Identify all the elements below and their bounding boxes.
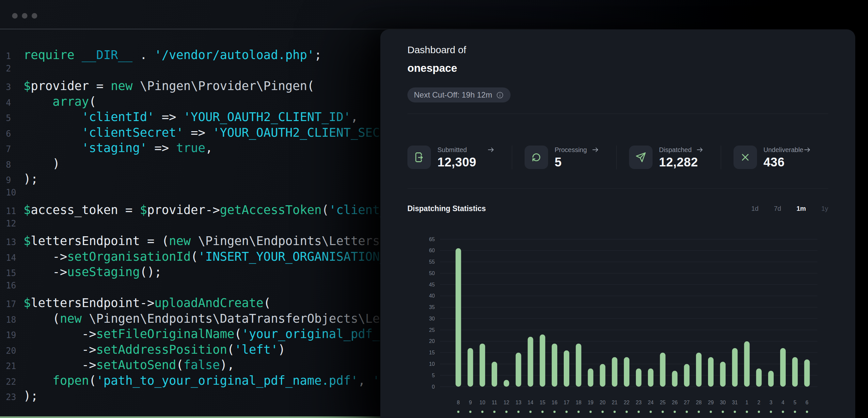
code-token: 'clientSecret': [82, 126, 183, 140]
bar-day-2[interactable]: [756, 368, 762, 387]
bar-day-15[interactable]: [539, 334, 545, 387]
day-dot[interactable]: [625, 411, 628, 413]
bar-day-9[interactable]: [467, 348, 473, 387]
day-dot[interactable]: [710, 411, 712, 413]
day-dot[interactable]: [541, 411, 544, 413]
day-dot[interactable]: [518, 411, 520, 413]
bar-day-25[interactable]: [660, 353, 665, 387]
day-dot[interactable]: [529, 411, 532, 413]
day-dot[interactable]: [601, 411, 604, 413]
window-control-dot[interactable]: [12, 13, 18, 19]
day-dot[interactable]: [782, 411, 784, 413]
code-text: 'clientSecret' => 'YOUR_OAUTH2_CLIENT_SE…: [24, 126, 416, 140]
line-number: 18: [0, 315, 24, 325]
code-token: new: [60, 312, 82, 326]
code-token: new: [169, 234, 191, 248]
day-dot[interactable]: [469, 411, 471, 413]
code-token: provider =: [31, 79, 111, 93]
day-dot[interactable]: [638, 411, 640, 413]
code-token: new: [111, 79, 132, 93]
bar-day-4[interactable]: [780, 348, 786, 387]
bar-day-28[interactable]: [696, 353, 702, 387]
day-dot[interactable]: [590, 411, 592, 413]
bar-day-29[interactable]: [708, 357, 714, 387]
day-dot[interactable]: [650, 411, 652, 413]
code-token: $: [140, 203, 147, 217]
window-control-dot[interactable]: [22, 13, 27, 19]
code-token: =>: [154, 110, 183, 124]
bar-day-31[interactable]: [732, 348, 738, 387]
code-text: ->useStaging();: [24, 265, 162, 279]
day-dot[interactable]: [578, 411, 580, 413]
day-dot[interactable]: [698, 411, 700, 413]
bar-day-8[interactable]: [456, 248, 461, 387]
y-tick-label: 50: [429, 270, 435, 276]
day-dot[interactable]: [794, 411, 796, 413]
code-token: provider->: [147, 203, 220, 217]
bar-day-26[interactable]: [672, 371, 677, 387]
bar-day-19[interactable]: [588, 368, 593, 387]
code-token: =>: [147, 141, 176, 155]
x-tick-label: 12: [503, 400, 509, 405]
window-control-dot[interactable]: [32, 13, 37, 19]
bar-day-18[interactable]: [576, 344, 581, 387]
bar-day-13[interactable]: [516, 353, 521, 387]
bar-day-23[interactable]: [636, 368, 642, 387]
day-dot[interactable]: [505, 411, 507, 413]
code-token: ->: [24, 358, 96, 372]
bar-day-5[interactable]: [792, 357, 798, 387]
y-tick-label: 0: [432, 384, 435, 390]
day-dot[interactable]: [674, 411, 676, 413]
day-dot[interactable]: [806, 411, 808, 413]
day-dot[interactable]: [565, 411, 568, 413]
bar-day-24[interactable]: [648, 368, 654, 387]
x-tick-label: 20: [600, 400, 606, 405]
y-tick-label: 30: [429, 316, 435, 321]
code-token: __DIR__: [82, 48, 132, 62]
code-token: uploadAndCreate: [154, 296, 264, 310]
editor-bottom-accent: [0, 416, 424, 418]
bar-day-10[interactable]: [479, 344, 485, 387]
bar-day-3[interactable]: [768, 371, 774, 387]
day-dot[interactable]: [493, 411, 496, 413]
bar-day-27[interactable]: [684, 364, 689, 387]
day-dot[interactable]: [553, 411, 556, 413]
bar-day-17[interactable]: [564, 350, 569, 387]
code-token: (: [176, 358, 183, 372]
x-tick-label: 13: [516, 400, 521, 405]
day-dot[interactable]: [457, 411, 460, 413]
day-dot[interactable]: [481, 411, 484, 413]
day-dot[interactable]: [746, 411, 748, 413]
code-token: .: [132, 48, 154, 62]
code-token: ->: [24, 327, 96, 341]
y-tick-label: 65: [429, 236, 435, 242]
day-dot[interactable]: [722, 411, 724, 413]
window-controls[interactable]: [12, 13, 37, 19]
bar-day-22[interactable]: [624, 357, 629, 387]
bar-day-30[interactable]: [720, 362, 726, 387]
code-token: $: [24, 234, 31, 248]
day-dot[interactable]: [770, 411, 772, 413]
x-tick-label: 1: [745, 400, 748, 405]
bar-day-21[interactable]: [612, 357, 617, 387]
day-dot[interactable]: [613, 411, 616, 413]
code-token: [24, 374, 53, 388]
bar-day-11[interactable]: [492, 362, 497, 387]
day-dot[interactable]: [758, 411, 760, 413]
day-dot[interactable]: [662, 411, 664, 413]
code-token: \Pingen\Provider\Pingen: [132, 79, 307, 93]
code-token: =>: [183, 126, 213, 140]
day-dot[interactable]: [734, 411, 736, 413]
bar-day-1[interactable]: [744, 341, 749, 387]
y-tick-label: 25: [429, 327, 435, 333]
code-token: ->: [24, 265, 67, 279]
x-tick-label: 19: [588, 400, 593, 405]
bar-day-16[interactable]: [552, 344, 557, 387]
code-text: fopen('path_to_your_original_pdf_name.pd…: [24, 374, 409, 388]
bar-day-6[interactable]: [804, 360, 810, 387]
day-dot[interactable]: [685, 411, 688, 413]
bar-day-14[interactable]: [528, 337, 533, 387]
bar-day-12[interactable]: [504, 380, 509, 387]
bar-day-20[interactable]: [600, 364, 605, 387]
code-token: useStaging: [67, 265, 140, 279]
